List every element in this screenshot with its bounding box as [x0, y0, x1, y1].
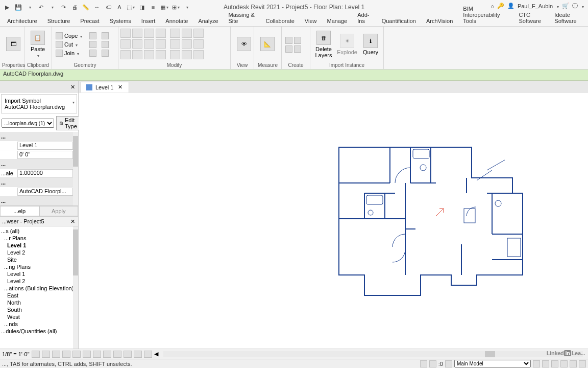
tab-annotate[interactable]: Annotate — [160, 16, 193, 26]
status-tool-8[interactable] — [570, 360, 577, 367]
tree-item[interactable]: Level 1 — [0, 270, 78, 278]
crop-region-icon[interactable] — [93, 351, 101, 358]
geom-tool-3[interactable] — [88, 49, 98, 57]
tree-item[interactable]: East — [0, 292, 78, 299]
section-icon[interactable]: ◨ — [137, 2, 147, 12]
visual-style-icon[interactable] — [42, 351, 50, 358]
workset-selector[interactable]: Main Model — [454, 360, 531, 367]
modify-tool[interactable] — [170, 29, 180, 38]
status-tool-6[interactable] — [551, 360, 558, 367]
modify-tool[interactable] — [144, 39, 154, 49]
user-icon[interactable]: 👤 — [507, 3, 514, 9]
type-selector[interactable]: Import Symbol AutoCAD Floorplan.dwg — [1, 94, 77, 113]
save-dropdown-icon[interactable] — [24, 2, 35, 12]
switch-windows-icon[interactable]: ⊞ — [170, 2, 181, 12]
rendering-icon[interactable] — [72, 351, 81, 358]
modify-tool[interactable] — [182, 29, 192, 38]
tab-quantification[interactable]: Quantification — [377, 16, 421, 26]
create-tool-2[interactable] — [284, 45, 303, 53]
help-icon[interactable]: ⓘ — [572, 2, 578, 10]
modify-tool[interactable] — [170, 50, 180, 59]
tree-item[interactable]: ...nds — [0, 320, 78, 328]
status-tool-5[interactable] — [542, 360, 549, 367]
tree-item[interactable]: ...ng Plans — [0, 263, 78, 270]
status-tool-1[interactable] — [420, 360, 427, 367]
tab-view[interactable]: View — [300, 16, 322, 26]
status-tool-7[interactable] — [560, 360, 568, 367]
status-tool-9[interactable] — [579, 360, 586, 367]
properties-button[interactable]: 🗔 — [2, 36, 24, 53]
close-windows-icon[interactable]: ▦ — [159, 2, 169, 12]
modify-tool[interactable] — [120, 50, 131, 59]
view-tab-close-icon[interactable]: ✕ — [116, 84, 124, 91]
modify-tool[interactable] — [120, 39, 131, 49]
tab-analyze[interactable]: Analyze — [193, 16, 223, 26]
tab-ctc[interactable]: CTC Software — [513, 10, 549, 26]
tab-manage[interactable]: Manage — [322, 16, 352, 26]
tree-item[interactable]: Site — [0, 256, 78, 263]
paste-button[interactable]: 📋Paste — [27, 30, 49, 59]
properties-help-button[interactable]: ...elp — [0, 206, 39, 216]
sun-path-icon[interactable] — [52, 351, 60, 358]
geom-tool-4[interactable] — [100, 32, 110, 40]
cart-icon[interactable]: 🛒 — [562, 3, 569, 9]
prop-scale[interactable]: 1.000000 — [17, 169, 73, 177]
geom-tool-2[interactable] — [88, 40, 98, 49]
prop-base-level[interactable]: Level 1 — [17, 142, 73, 150]
redo-icon[interactable]: ↷ — [58, 2, 68, 12]
prop-category[interactable]: ... — [0, 159, 78, 169]
thin-lines-icon[interactable]: ≡ — [148, 2, 158, 12]
tab-add-ins[interactable]: Add-Ins — [352, 10, 376, 26]
modify-tool[interactable] — [182, 50, 192, 59]
tree-item[interactable]: ...ations (Building Elevation) — [0, 285, 78, 292]
modify-tool[interactable] — [193, 29, 204, 38]
type-dropdown-icon[interactable] — [71, 99, 75, 105]
3d-icon[interactable]: ⬚ — [126, 2, 136, 12]
geom-tool-1[interactable] — [88, 32, 98, 40]
cut-button[interactable]: Cut — [54, 40, 84, 49]
modify-tool[interactable] — [144, 29, 154, 38]
modify-tool[interactable] — [144, 50, 154, 59]
tree-item[interactable]: Level 1 — [0, 242, 78, 249]
instance-selector[interactable]: ...loorplan.dwg (1) — [2, 119, 54, 128]
tab-systems[interactable]: Systems — [105, 16, 136, 26]
modify-tool[interactable] — [182, 39, 192, 49]
tree-item[interactable]: North — [0, 299, 78, 306]
modify-tool[interactable] — [132, 29, 142, 38]
lock-3d-icon[interactable] — [103, 351, 111, 358]
crop-view-icon[interactable] — [83, 351, 91, 358]
prop-name[interactable]: AutoCAD Floorpl... — [17, 188, 73, 196]
prop-base-offset[interactable]: 0' 0" — [17, 151, 73, 159]
tab-architecture[interactable]: Architecture — [2, 16, 42, 26]
imported-floorplan[interactable] — [334, 142, 528, 311]
tag-icon[interactable]: 🏷 — [103, 2, 113, 12]
home-icon[interactable]: ⌂ — [491, 3, 494, 9]
modify-tool[interactable] — [120, 29, 131, 38]
status-tool-3[interactable] — [445, 360, 452, 367]
view-tool-button[interactable]: 👁 — [233, 36, 255, 53]
user-name[interactable]: Paul_F_Aubin — [518, 3, 553, 9]
modify-tool[interactable] — [193, 50, 204, 59]
app-menu-icon[interactable]: ▶ — [2, 2, 12, 12]
prop-category[interactable]: ... — [0, 196, 78, 205]
tree-item[interactable]: ...dules/Quantities (all) — [0, 328, 78, 335]
modify-tool[interactable] — [193, 39, 204, 49]
dimension-icon[interactable]: ↔ — [92, 2, 102, 12]
edit-type-button[interactable]: 🗎Edit Type — [56, 116, 80, 130]
save-icon[interactable]: 💾 — [13, 2, 23, 12]
tree-item[interactable]: South — [0, 306, 78, 313]
temp-hide-icon[interactable] — [113, 351, 121, 358]
modify-tool[interactable] — [132, 39, 142, 49]
join-button[interactable]: Join — [54, 49, 84, 57]
prop-category[interactable]: ... — [0, 178, 78, 187]
tree-item[interactable]: ...r Plans — [0, 235, 78, 242]
modify-tool[interactable] — [156, 39, 166, 49]
measure-button[interactable]: 📐 — [256, 36, 279, 53]
create-tool-1[interactable] — [284, 36, 303, 44]
tab-ideate[interactable]: Ideate Software — [549, 10, 588, 26]
modify-tool[interactable] — [156, 50, 166, 59]
cope-button[interactable]: Cope — [54, 32, 84, 40]
scroll-left-icon[interactable]: ◀ — [154, 351, 158, 357]
properties-close-icon[interactable]: ✕ — [69, 83, 76, 90]
browser-close-icon[interactable]: ✕ — [69, 218, 76, 225]
